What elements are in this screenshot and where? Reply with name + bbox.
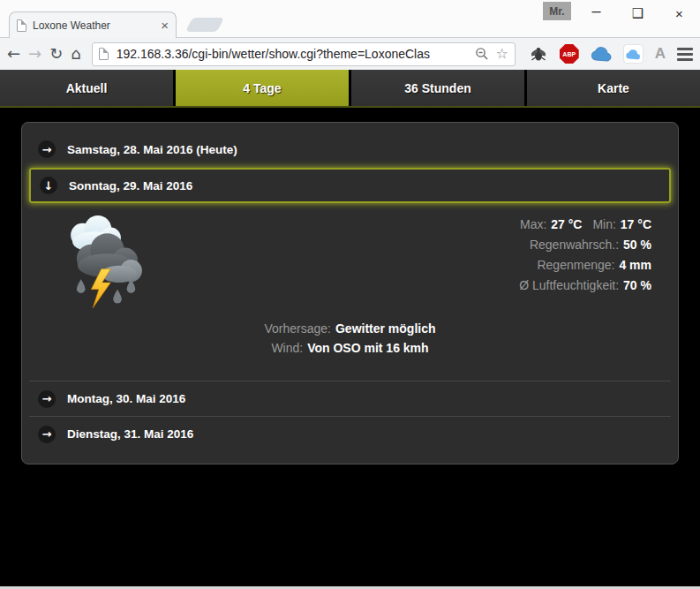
day-label: Montag, 30. Mai 2016 (67, 392, 185, 405)
rain-amount-label: Regenmenge: (537, 258, 614, 272)
day-label: Sonntag, 29. Mai 2016 (69, 179, 192, 193)
forward-icon[interactable]: → (28, 46, 41, 62)
day-row-dienstag[interactable]: → Dienstag, 31. Mai 2016 (29, 416, 671, 451)
back-icon[interactable]: ← (7, 46, 20, 62)
day-row-sonntag[interactable]: ↓ Sonntag, 29. Mai 2016 (31, 170, 669, 201)
forecast-line: Vorhersage:Gewitter möglich (29, 319, 671, 338)
browser-toolbar: ← → ↻ ⌂ ☆ (0, 37, 700, 70)
tab-close-icon[interactable]: × (161, 19, 169, 32)
max-value: 27 °C (551, 217, 582, 231)
browser-window: Loxone Weather × Mr. – ❑ × ← → ↻ ⌂ ☆ (0, 0, 700, 589)
tab-karte[interactable]: Karte (527, 70, 700, 106)
humidity-label: Ø Luftfeuchtigkeit: (519, 278, 619, 292)
thunderstorm-weather-icon (52, 211, 162, 310)
window-controls: – ❑ × (576, 0, 700, 26)
tab-4-tage[interactable]: 4 Tage (176, 70, 349, 106)
forecast-label: Vorhersage: (264, 321, 331, 336)
bug-extension-icon[interactable] (529, 44, 548, 64)
page-document-icon (17, 19, 26, 32)
home-icon[interactable]: ⌂ (71, 46, 80, 62)
tab-aktuell[interactable]: Aktuell (0, 70, 173, 106)
forecast-detail-sonntag: Max:27 °C Min:17 °C Regenwahrsch.:50 % R… (29, 204, 671, 381)
browser-tab[interactable]: Loxone Weather × (9, 11, 177, 38)
min-value: 17 °C (621, 217, 651, 231)
expand-arrow-icon: → (38, 426, 56, 443)
address-bar[interactable]: ☆ (92, 42, 516, 66)
new-tab-button[interactable] (185, 18, 225, 32)
humidity-value: 70 % (623, 278, 651, 292)
humidity-line: Ø Luftfeuchtigkeit:70 % (519, 276, 651, 296)
min-label: Min: (592, 217, 615, 231)
icloud-extension-icon[interactable] (623, 44, 644, 64)
wind-label: Wind: (271, 341, 303, 355)
forecast-text: Vorhersage:Gewitter möglich Wind:Von OSO… (29, 319, 671, 358)
page-content: Aktuell 4 Tage 36 Stunden Karte → Samsta… (0, 70, 700, 586)
rain-prob-label: Regenwahrsch.: (530, 238, 619, 252)
expand-arrow-icon: → (38, 140, 56, 158)
rain-amount-value: 4 mm (619, 258, 651, 272)
collapse-arrow-icon: ↓ (40, 177, 57, 194)
profile-badge[interactable]: Mr. (543, 2, 571, 20)
url-input[interactable] (115, 46, 470, 62)
tab-36-stunden[interactable]: 36 Stunden (351, 70, 524, 106)
forecast-panel: → Samstag, 28. Mai 2016 (Heute) ↓ Sonnta… (21, 122, 679, 464)
wind-line: Wind:Von OSO mit 16 kmh (29, 338, 671, 358)
day-row-montag[interactable]: → Montag, 30. Mai 2016 (29, 381, 671, 416)
site-document-icon (99, 48, 109, 60)
forecast-value: Gewitter möglich (335, 321, 436, 336)
browser-tab-title: Loxone Weather (33, 19, 154, 32)
rain-amount-line: Regenmenge:4 mm (519, 255, 651, 276)
forecast-values: Max:27 °C Min:17 °C Regenwahrsch.:50 % R… (519, 215, 651, 296)
letter-a-extension-icon[interactable]: A (655, 45, 666, 63)
rain-probability-line: Regenwahrsch.:50 % (519, 235, 651, 255)
expand-arrow-icon: → (38, 390, 56, 408)
max-label: Max: (520, 217, 546, 231)
rain-prob-value: 50 % (623, 238, 651, 252)
day-row-samstag[interactable]: → Samstag, 28. Mai 2016 (Heute) (29, 132, 671, 167)
maximize-button[interactable]: ❑ (617, 0, 659, 26)
adblock-plus-icon[interactable]: ABP (560, 44, 579, 64)
wind-value: Von OSO mit 16 kmh (307, 341, 428, 355)
close-button[interactable]: × (659, 0, 700, 26)
reload-icon[interactable]: ↻ (49, 46, 63, 62)
minimize-button[interactable]: – (576, 0, 617, 26)
extensions-row: ABP A (529, 44, 693, 64)
title-bar: Loxone Weather × Mr. – ❑ × (0, 0, 700, 37)
cloud-extension-icon[interactable] (591, 46, 612, 62)
day-section-sonntag: ↓ Sonntag, 29. Mai 2016 (29, 168, 671, 203)
day-label: Samstag, 28. Mai 2016 (Heute) (67, 143, 237, 156)
temp-line: Max:27 °C Min:17 °C (519, 215, 651, 235)
weather-tab-bar: Aktuell 4 Tage 36 Stunden Karte (0, 70, 700, 108)
zoom-out-icon[interactable] (475, 47, 489, 61)
bookmark-star-icon[interactable]: ☆ (495, 47, 508, 61)
day-label: Dienstag, 31. Mai 2016 (67, 427, 193, 441)
chrome-menu-icon[interactable] (677, 48, 693, 61)
